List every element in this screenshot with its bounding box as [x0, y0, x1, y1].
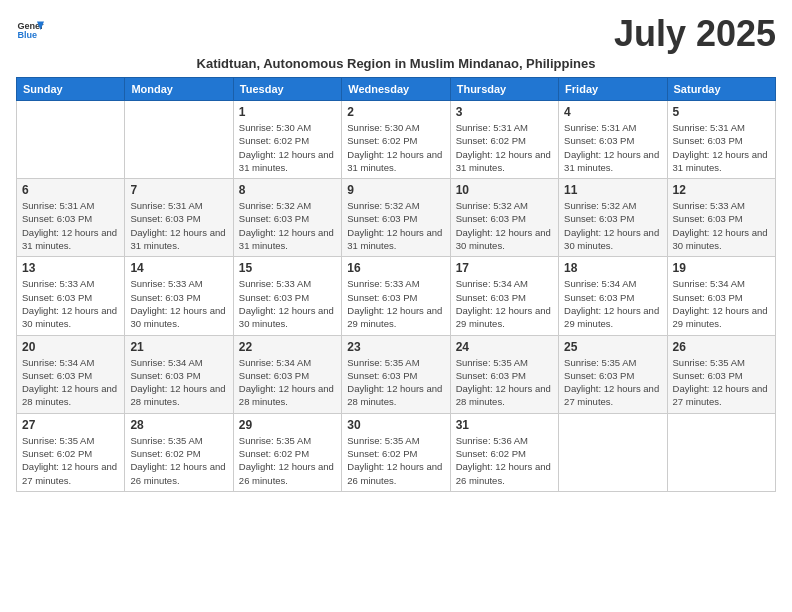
day-info: Sunrise: 5:32 AM Sunset: 6:03 PM Dayligh… [347, 199, 444, 252]
day-number: 9 [347, 183, 444, 197]
weekday-header-friday: Friday [559, 78, 667, 101]
day-info: Sunrise: 5:30 AM Sunset: 6:02 PM Dayligh… [239, 121, 336, 174]
day-number: 17 [456, 261, 553, 275]
calendar-week-row: 13Sunrise: 5:33 AM Sunset: 6:03 PM Dayli… [17, 257, 776, 335]
calendar-cell: 3Sunrise: 5:31 AM Sunset: 6:02 PM Daylig… [450, 101, 558, 179]
calendar-cell: 18Sunrise: 5:34 AM Sunset: 6:03 PM Dayli… [559, 257, 667, 335]
calendar-cell: 27Sunrise: 5:35 AM Sunset: 6:02 PM Dayli… [17, 413, 125, 491]
day-info: Sunrise: 5:30 AM Sunset: 6:02 PM Dayligh… [347, 121, 444, 174]
day-number: 15 [239, 261, 336, 275]
day-number: 29 [239, 418, 336, 432]
day-number: 22 [239, 340, 336, 354]
calendar-cell: 21Sunrise: 5:34 AM Sunset: 6:03 PM Dayli… [125, 335, 233, 413]
day-number: 20 [22, 340, 119, 354]
weekday-header-tuesday: Tuesday [233, 78, 341, 101]
day-info: Sunrise: 5:35 AM Sunset: 6:02 PM Dayligh… [130, 434, 227, 487]
calendar-cell [559, 413, 667, 491]
calendar-cell: 31Sunrise: 5:36 AM Sunset: 6:02 PM Dayli… [450, 413, 558, 491]
calendar-cell: 25Sunrise: 5:35 AM Sunset: 6:03 PM Dayli… [559, 335, 667, 413]
day-info: Sunrise: 5:35 AM Sunset: 6:02 PM Dayligh… [239, 434, 336, 487]
day-info: Sunrise: 5:31 AM Sunset: 6:02 PM Dayligh… [456, 121, 553, 174]
day-info: Sunrise: 5:33 AM Sunset: 6:03 PM Dayligh… [22, 277, 119, 330]
calendar-cell: 10Sunrise: 5:32 AM Sunset: 6:03 PM Dayli… [450, 179, 558, 257]
day-info: Sunrise: 5:33 AM Sunset: 6:03 PM Dayligh… [239, 277, 336, 330]
weekday-header-monday: Monday [125, 78, 233, 101]
calendar-cell: 17Sunrise: 5:34 AM Sunset: 6:03 PM Dayli… [450, 257, 558, 335]
calendar-week-row: 1Sunrise: 5:30 AM Sunset: 6:02 PM Daylig… [17, 101, 776, 179]
calendar-cell: 15Sunrise: 5:33 AM Sunset: 6:03 PM Dayli… [233, 257, 341, 335]
calendar-cell: 24Sunrise: 5:35 AM Sunset: 6:03 PM Dayli… [450, 335, 558, 413]
day-info: Sunrise: 5:32 AM Sunset: 6:03 PM Dayligh… [456, 199, 553, 252]
calendar-cell: 11Sunrise: 5:32 AM Sunset: 6:03 PM Dayli… [559, 179, 667, 257]
calendar-cell: 30Sunrise: 5:35 AM Sunset: 6:02 PM Dayli… [342, 413, 450, 491]
calendar-cell: 9Sunrise: 5:32 AM Sunset: 6:03 PM Daylig… [342, 179, 450, 257]
day-number: 23 [347, 340, 444, 354]
day-info: Sunrise: 5:35 AM Sunset: 6:03 PM Dayligh… [673, 356, 770, 409]
calendar-cell [667, 413, 775, 491]
day-info: Sunrise: 5:34 AM Sunset: 6:03 PM Dayligh… [22, 356, 119, 409]
day-number: 5 [673, 105, 770, 119]
weekday-header-saturday: Saturday [667, 78, 775, 101]
day-number: 24 [456, 340, 553, 354]
day-info: Sunrise: 5:34 AM Sunset: 6:03 PM Dayligh… [130, 356, 227, 409]
day-info: Sunrise: 5:32 AM Sunset: 6:03 PM Dayligh… [564, 199, 661, 252]
day-number: 1 [239, 105, 336, 119]
weekday-header-thursday: Thursday [450, 78, 558, 101]
day-info: Sunrise: 5:34 AM Sunset: 6:03 PM Dayligh… [456, 277, 553, 330]
day-info: Sunrise: 5:36 AM Sunset: 6:02 PM Dayligh… [456, 434, 553, 487]
day-number: 13 [22, 261, 119, 275]
day-info: Sunrise: 5:33 AM Sunset: 6:03 PM Dayligh… [347, 277, 444, 330]
calendar-cell: 20Sunrise: 5:34 AM Sunset: 6:03 PM Dayli… [17, 335, 125, 413]
calendar-table: SundayMondayTuesdayWednesdayThursdayFrid… [16, 77, 776, 492]
day-number: 14 [130, 261, 227, 275]
day-info: Sunrise: 5:34 AM Sunset: 6:03 PM Dayligh… [239, 356, 336, 409]
calendar-week-row: 20Sunrise: 5:34 AM Sunset: 6:03 PM Dayli… [17, 335, 776, 413]
day-number: 27 [22, 418, 119, 432]
day-info: Sunrise: 5:31 AM Sunset: 6:03 PM Dayligh… [22, 199, 119, 252]
calendar-cell: 6Sunrise: 5:31 AM Sunset: 6:03 PM Daylig… [17, 179, 125, 257]
calendar-cell: 22Sunrise: 5:34 AM Sunset: 6:03 PM Dayli… [233, 335, 341, 413]
day-info: Sunrise: 5:32 AM Sunset: 6:03 PM Dayligh… [239, 199, 336, 252]
day-number: 25 [564, 340, 661, 354]
day-number: 3 [456, 105, 553, 119]
day-info: Sunrise: 5:34 AM Sunset: 6:03 PM Dayligh… [673, 277, 770, 330]
calendar-cell: 16Sunrise: 5:33 AM Sunset: 6:03 PM Dayli… [342, 257, 450, 335]
calendar-week-row: 27Sunrise: 5:35 AM Sunset: 6:02 PM Dayli… [17, 413, 776, 491]
calendar-cell: 8Sunrise: 5:32 AM Sunset: 6:03 PM Daylig… [233, 179, 341, 257]
calendar-cell [125, 101, 233, 179]
calendar-cell: 19Sunrise: 5:34 AM Sunset: 6:03 PM Dayli… [667, 257, 775, 335]
day-number: 18 [564, 261, 661, 275]
day-info: Sunrise: 5:34 AM Sunset: 6:03 PM Dayligh… [564, 277, 661, 330]
calendar-cell: 14Sunrise: 5:33 AM Sunset: 6:03 PM Dayli… [125, 257, 233, 335]
weekday-header-row: SundayMondayTuesdayWednesdayThursdayFrid… [17, 78, 776, 101]
calendar-cell: 4Sunrise: 5:31 AM Sunset: 6:03 PM Daylig… [559, 101, 667, 179]
day-info: Sunrise: 5:31 AM Sunset: 6:03 PM Dayligh… [564, 121, 661, 174]
calendar-cell: 5Sunrise: 5:31 AM Sunset: 6:03 PM Daylig… [667, 101, 775, 179]
day-info: Sunrise: 5:35 AM Sunset: 6:02 PM Dayligh… [22, 434, 119, 487]
calendar-cell: 1Sunrise: 5:30 AM Sunset: 6:02 PM Daylig… [233, 101, 341, 179]
logo: General Blue General Blue [16, 16, 44, 44]
calendar-subtitle: Katidtuan, Autonomous Region in Muslim M… [16, 56, 776, 71]
day-number: 6 [22, 183, 119, 197]
day-number: 11 [564, 183, 661, 197]
calendar-cell [17, 101, 125, 179]
day-number: 31 [456, 418, 553, 432]
day-number: 28 [130, 418, 227, 432]
day-info: Sunrise: 5:35 AM Sunset: 6:03 PM Dayligh… [347, 356, 444, 409]
day-info: Sunrise: 5:35 AM Sunset: 6:03 PM Dayligh… [456, 356, 553, 409]
day-number: 2 [347, 105, 444, 119]
day-number: 10 [456, 183, 553, 197]
calendar-header: SundayMondayTuesdayWednesdayThursdayFrid… [17, 78, 776, 101]
page-header: General Blue General Blue July 2025 [16, 16, 776, 52]
day-number: 19 [673, 261, 770, 275]
calendar-cell: 2Sunrise: 5:30 AM Sunset: 6:02 PM Daylig… [342, 101, 450, 179]
logo-icon: General Blue [16, 16, 44, 44]
calendar-cell: 23Sunrise: 5:35 AM Sunset: 6:03 PM Dayli… [342, 335, 450, 413]
day-info: Sunrise: 5:35 AM Sunset: 6:03 PM Dayligh… [564, 356, 661, 409]
month-title: July 2025 [614, 16, 776, 52]
day-info: Sunrise: 5:31 AM Sunset: 6:03 PM Dayligh… [673, 121, 770, 174]
day-info: Sunrise: 5:35 AM Sunset: 6:02 PM Dayligh… [347, 434, 444, 487]
calendar-body: 1Sunrise: 5:30 AM Sunset: 6:02 PM Daylig… [17, 101, 776, 492]
day-number: 7 [130, 183, 227, 197]
svg-text:Blue: Blue [17, 30, 37, 40]
